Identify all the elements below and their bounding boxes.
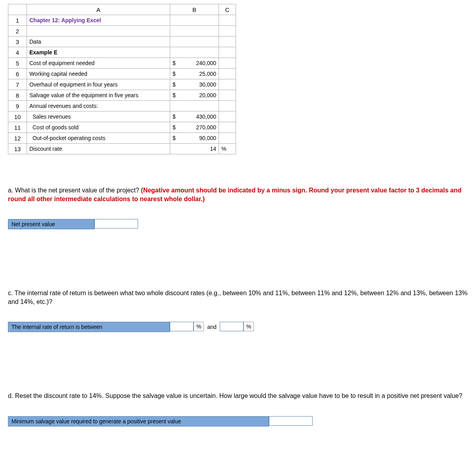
row-num: 12 — [8, 133, 27, 144]
cogs-label: Cost of goods sold — [27, 122, 170, 133]
salvage-value: $20,000 — [170, 90, 219, 101]
and-text: and — [204, 322, 219, 332]
discount-pct: % — [219, 144, 236, 154]
row-num: 4 — [8, 47, 27, 58]
row-num: 6 — [8, 69, 27, 79]
row-num: 3 — [8, 37, 27, 47]
salvage-label: Salvage value of the equipment in five y… — [27, 90, 170, 101]
col-header-a: A — [27, 4, 170, 15]
question-a: a. What is the net present value of the … — [8, 186, 468, 203]
answer-a-row: Net present value — [8, 219, 138, 229]
working-capital-label: Working capital needed — [27, 69, 170, 79]
npv-input[interactable] — [94, 219, 138, 229]
overhaul-label: Overhaul of equipment in four years — [27, 79, 170, 90]
table-row: 3 Data — [8, 37, 236, 47]
min-salvage-input[interactable] — [269, 416, 313, 426]
discount-value: 14 — [170, 144, 219, 154]
table-row: 2 — [8, 26, 236, 37]
min-salvage-label: Minimum salvage value required to genera… — [8, 416, 269, 426]
row-num: 7 — [8, 79, 27, 90]
opcosts-label: Out-of-pocket operating costs — [27, 133, 170, 144]
pct-symbol-2: % — [244, 322, 254, 331]
table-row: 10 Sales revenues $430,000 — [8, 111, 236, 122]
row-num: 2 — [8, 26, 27, 37]
corner-cell — [8, 4, 27, 15]
irr-label: The internal rate of return is between — [8, 322, 170, 332]
table-row: 12 Out-of-pocket operating costs $90,000 — [8, 133, 236, 144]
irr-lower-input[interactable] — [170, 322, 194, 331]
cost-equipment-label: Cost of equipment needed — [27, 58, 170, 69]
overhaul-value: $30,000 — [170, 79, 219, 90]
row-num: 11 — [8, 122, 27, 133]
answer-c-row: The internal rate of return is between %… — [8, 322, 254, 332]
opcosts-value: $90,000 — [170, 133, 219, 144]
question-a-text: a. What is the net present value of the … — [8, 187, 141, 194]
excel-table: A B C 1 Chapter 12: Applying Excel 2 3 D… — [8, 4, 236, 154]
sales-label: Sales revenues — [27, 111, 170, 122]
data-label: Data — [27, 37, 170, 47]
col-header-b: B — [170, 4, 219, 15]
table-row: 13 Discount rate 14 % — [8, 144, 236, 154]
row-num: 10 — [8, 111, 27, 122]
table-row: 7 Overhaul of equipment in four years $3… — [8, 79, 236, 90]
working-capital-value: $25,000 — [170, 69, 219, 79]
table-row: 4 Example E — [8, 47, 236, 58]
npv-label: Net present value — [8, 219, 94, 229]
table-row: 5 Cost of equipment needed $240,000 — [8, 58, 236, 69]
question-d: d. Reset the discount rate to 14%. Suppo… — [8, 392, 468, 400]
sales-value: $430,000 — [170, 111, 219, 122]
table-row: 6 Working capital needed $25,000 — [8, 69, 236, 79]
pct-symbol-1: % — [194, 322, 204, 331]
row-num: 13 — [8, 144, 27, 154]
annual-label: Annual revenues and costs: — [27, 101, 170, 111]
row-num: 8 — [8, 90, 27, 101]
row-num: 5 — [8, 58, 27, 69]
answer-d-row: Minimum salvage value required to genera… — [8, 416, 313, 426]
irr-upper-input[interactable] — [220, 322, 244, 331]
example-label: Example E — [27, 47, 170, 58]
table-row: 1 Chapter 12: Applying Excel — [8, 15, 236, 26]
question-c: c. The internal rate of return is betwee… — [8, 289, 468, 306]
chapter-title: Chapter 12: Applying Excel — [27, 15, 170, 26]
discount-label: Discount rate — [27, 144, 170, 154]
row-num: 1 — [8, 15, 27, 26]
table-row: 8 Salvage value of the equipment in five… — [8, 90, 236, 101]
cost-equipment-value: $240,000 — [170, 58, 219, 69]
table-row: 11 Cost of goods sold $270,000 — [8, 122, 236, 133]
row-num: 9 — [8, 101, 27, 111]
col-header-c: C — [219, 4, 236, 15]
cogs-value: $270,000 — [170, 122, 219, 133]
table-row: 9 Annual revenues and costs: — [8, 101, 236, 111]
